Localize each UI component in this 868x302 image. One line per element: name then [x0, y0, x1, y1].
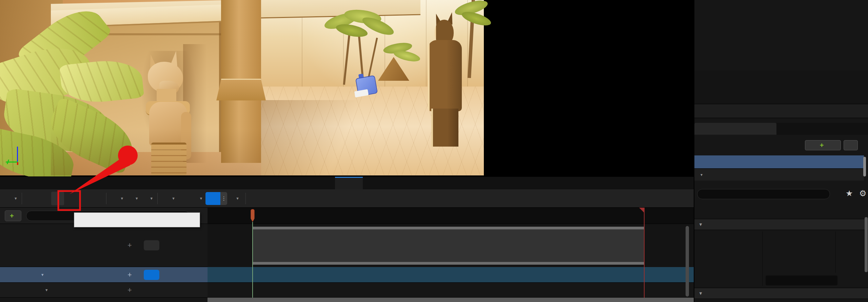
wrench-icon	[111, 194, 120, 203]
collapse-triangle-icon: ▼	[698, 291, 703, 296]
details-search-input[interactable]	[711, 191, 826, 197]
chevron-down-icon: ▾	[136, 196, 138, 201]
pin-icon[interactable]	[5, 242, 12, 248]
toolbar-overflow-button[interactable]	[77, 192, 90, 205]
render-movie-button[interactable]	[64, 192, 77, 205]
track-content-area[interactable]	[208, 224, 694, 302]
plus-icon: +	[820, 142, 824, 149]
track-add-icon[interactable]: +	[127, 241, 132, 250]
track-row-camera-component[interactable]: ▾ +	[0, 283, 208, 298]
gear-play-icon	[141, 194, 150, 203]
toolbar-separator	[157, 193, 158, 204]
details-scrollbar[interactable]	[865, 217, 868, 272]
cine-camera-icon	[53, 194, 62, 203]
cine-camera-icon	[47, 271, 54, 279]
track-row-partial	[0, 298, 208, 302]
axis-z-line	[17, 147, 18, 162]
camera-lock-toggle[interactable]	[144, 240, 159, 250]
chevron-down-icon: ▾	[121, 196, 123, 201]
clapperboard-icon	[340, 181, 347, 187]
section-current-camera[interactable]: ▼	[694, 288, 868, 299]
collapse-triangle-icon[interactable]: ▾	[701, 172, 703, 177]
track-row-cine-camera[interactable]: ▾ +	[0, 267, 208, 283]
display-grid-icon[interactable]	[833, 190, 841, 198]
track-row-camera-cuts[interactable]: +	[0, 224, 208, 267]
magnet-icon-wrap[interactable]	[205, 192, 220, 205]
headphones-icon[interactable]	[24, 287, 30, 293]
outliner-empty	[694, 71, 868, 104]
mute-slash-icon[interactable]	[33, 272, 39, 278]
details-search[interactable]	[697, 189, 830, 199]
create-camera-button[interactable]	[51, 192, 64, 205]
keyframe-diamond-icon	[162, 194, 171, 203]
axis-x-tick	[17, 162, 18, 165]
browse-sequence-button[interactable]	[38, 192, 51, 205]
lock-icon[interactable]	[15, 287, 21, 293]
headphones-icon[interactable]	[24, 272, 30, 278]
lock-icon[interactable]	[15, 242, 21, 248]
auto-key-button[interactable]	[176, 192, 189, 205]
edit-mode-button[interactable]: ▾	[189, 192, 204, 205]
vertical-dots-icon	[79, 194, 88, 203]
timeline-ruler[interactable]	[208, 208, 694, 224]
camera-icon	[148, 242, 155, 249]
cine-camera-icon	[698, 158, 705, 166]
collapse-triangle-icon[interactable]: ▾	[45, 287, 48, 292]
playback-options-button[interactable]: ▾	[139, 192, 154, 205]
playhead-line[interactable]	[252, 222, 253, 298]
render-slate-icon	[66, 194, 75, 203]
tab-sequencer[interactable]	[335, 177, 363, 190]
scene-bottom-shade	[51, 129, 261, 175]
add-component-button[interactable]: +	[805, 140, 841, 150]
favorites-star-icon[interactable]: ★	[846, 189, 853, 198]
edit-actor-sequence-button[interactable]	[90, 192, 103, 205]
camera-cuts-clip[interactable]	[253, 227, 644, 265]
track-vertical-scrollbar[interactable]	[686, 226, 689, 297]
sequencer-world-button[interactable]: ▾	[3, 192, 18, 205]
pin-icon[interactable]	[5, 272, 12, 278]
settings-gear-icon[interactable]: ⚙	[859, 189, 867, 198]
camera-component-track-band[interactable]	[208, 283, 694, 298]
scene-statue2-legs	[431, 109, 458, 147]
camera-lock-toggle[interactable]	[144, 270, 159, 280]
save-asterisk-icon	[27, 194, 36, 203]
axis-gizmo	[0, 139, 41, 173]
toolbar-separator	[106, 193, 106, 204]
details-header: +	[694, 137, 868, 153]
snapping-button[interactable]: ⋮	[205, 192, 227, 205]
chevron-down-icon: ▾	[200, 196, 202, 201]
track-add-icon[interactable]: +	[127, 286, 132, 295]
blueprint-node-button[interactable]	[844, 140, 858, 150]
add-track-button[interactable]: +	[5, 210, 21, 221]
outliner-summary	[694, 104, 868, 118]
curve-editor-icon	[251, 194, 260, 203]
chevron-down-icon: ▾	[15, 196, 17, 201]
collapse-triangle-icon[interactable]: ▾	[41, 272, 44, 277]
unlock-icon[interactable]	[682, 194, 690, 203]
snapping-options-icon[interactable]: ⋮	[220, 192, 227, 205]
unlock-icon[interactable]	[861, 141, 868, 149]
timeline-overview-bar[interactable]	[208, 298, 694, 302]
component-row-instance[interactable]	[694, 155, 864, 169]
fps-dropdown[interactable]: ▾	[233, 196, 239, 201]
tab-world-settings[interactable]	[780, 123, 868, 135]
component-row-scene[interactable]: ▾	[694, 169, 864, 181]
sequencer-toolbar: ▾ ▾ ▾ ▾ ▾ ▾ ⋮ ▾	[0, 189, 694, 208]
tab-details[interactable]	[694, 123, 776, 135]
component-scrollbar[interactable]	[863, 157, 866, 176]
sequencer-panel: ▾ ▾ ▾ ▾ ▾ ▾ ⋮ ▾ +	[0, 189, 694, 302]
section-transform[interactable]: ▼	[694, 219, 868, 230]
sequencer-tools-button[interactable]: ▾	[110, 192, 125, 205]
headphones-icon[interactable]	[24, 242, 30, 248]
curve-editor-button[interactable]	[249, 192, 262, 205]
lock-icon[interactable]	[15, 272, 21, 278]
mute-slash-icon[interactable]	[33, 287, 39, 293]
track-add-icon[interactable]: +	[127, 270, 132, 279]
viewport-3d[interactable]	[0, 0, 694, 176]
view-options-button[interactable]: ▾	[124, 192, 139, 205]
mute-slash-icon[interactable]	[33, 242, 39, 248]
chevron-down-icon: ▾	[172, 196, 175, 201]
cine-camera-track-band[interactable]	[208, 267, 694, 283]
save-sequence-button[interactable]	[25, 192, 38, 205]
keyframe-options-button[interactable]: ▾	[161, 192, 176, 205]
